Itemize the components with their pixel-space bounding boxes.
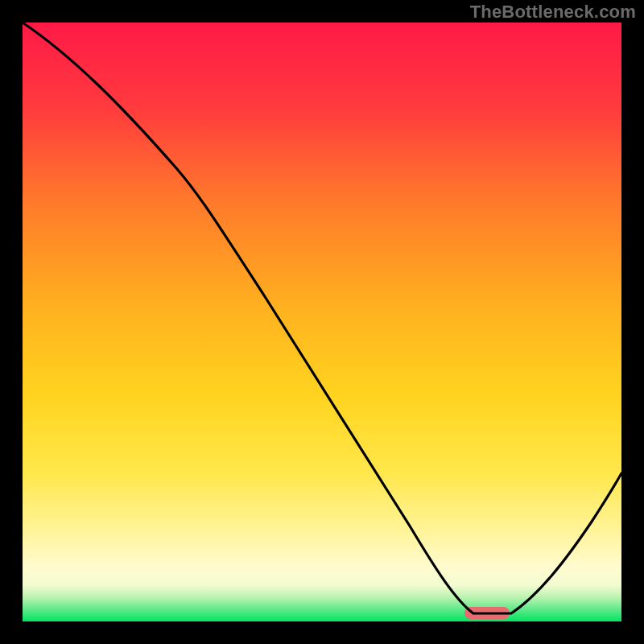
plot-area — [23, 23, 621, 621]
chart-svg — [0, 0, 644, 644]
plot-background — [23, 23, 621, 621]
watermark-text: TheBottleneck.com — [470, 2, 636, 23]
chart-container: TheBottleneck.com — [0, 0, 644, 644]
